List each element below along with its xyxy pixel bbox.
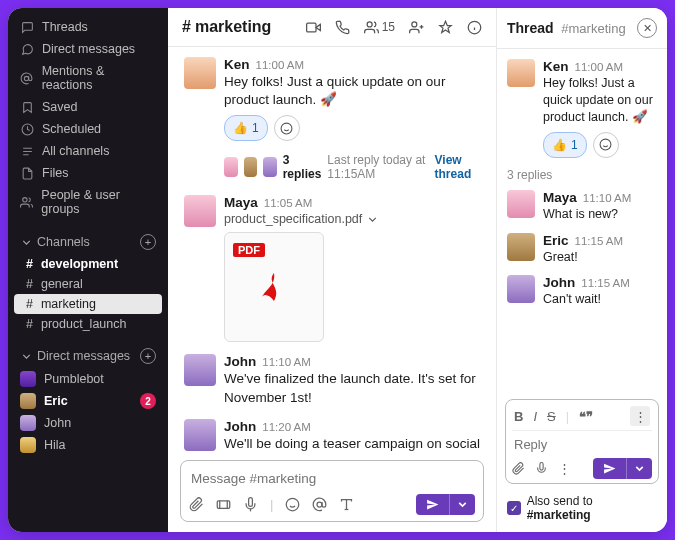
svg-point-23 — [600, 139, 611, 150]
dm-john[interactable]: John — [8, 412, 168, 434]
svg-point-0 — [25, 76, 29, 80]
more-format-button[interactable]: ⋮ — [630, 406, 650, 426]
thread-reply-input[interactable] — [512, 431, 652, 454]
avatar[interactable] — [507, 190, 535, 218]
avatar[interactable] — [507, 59, 535, 87]
mic-button[interactable] — [243, 497, 258, 512]
format-button[interactable] — [339, 497, 354, 512]
send-options-button[interactable] — [449, 494, 475, 515]
file-name[interactable]: product_specification.pdf — [224, 212, 362, 226]
sender-name[interactable]: John — [543, 275, 575, 290]
avatar[interactable] — [507, 233, 535, 261]
video-call-button[interactable] — [306, 20, 321, 35]
channel-title[interactable]: # marketing — [182, 18, 271, 36]
unread-badge: 2 — [140, 393, 156, 409]
sender-name[interactable]: Maya — [543, 190, 577, 205]
send-button-group — [416, 494, 475, 515]
nav-people[interactable]: People & user groups — [8, 184, 168, 220]
avatar[interactable] — [184, 57, 216, 89]
avatar[interactable] — [507, 275, 535, 303]
dm-pumblebot[interactable]: Pumblebot — [8, 368, 168, 390]
sender-name[interactable]: Maya — [224, 195, 258, 210]
timestamp: 11:10 AM — [583, 192, 632, 204]
section-label: Direct messages — [37, 349, 130, 363]
reaction-thumbs-up[interactable]: 👍 1 — [224, 115, 268, 141]
header-actions: 15 — [306, 20, 482, 35]
video-record-button[interactable] — [216, 497, 231, 512]
sender-name[interactable]: John — [224, 354, 256, 369]
also-send-label: Also send to — [527, 494, 593, 508]
channels-section-header[interactable]: Channels + — [8, 230, 168, 254]
emoji-button[interactable] — [285, 497, 300, 512]
audio-call-button[interactable] — [335, 20, 350, 35]
sender-name[interactable]: Eric — [543, 233, 569, 248]
nav-dms[interactable]: Direct messages — [8, 38, 168, 60]
dm-eric[interactable]: Eric 2 — [8, 390, 168, 412]
people-icon — [20, 195, 33, 209]
sender-name[interactable]: Ken — [543, 59, 569, 74]
thread-send-options[interactable] — [626, 458, 652, 479]
threads-icon — [20, 20, 34, 34]
channel-product-launch[interactable]: # product_launch — [8, 314, 168, 334]
mic-button[interactable] — [535, 462, 548, 475]
add-dm-button[interactable]: + — [140, 348, 156, 364]
thread-title: Thread — [507, 20, 554, 36]
thread-composer: B I S | ❝❞ ⋮ ⋮ — [505, 399, 659, 484]
strike-button[interactable]: S — [547, 409, 556, 424]
chevron-down-icon[interactable] — [366, 213, 379, 226]
thread-summary[interactable]: 3 replies Last reply today at 11:15AM Vi… — [224, 153, 480, 181]
nav-scheduled[interactable]: Scheduled — [8, 118, 168, 140]
more-button[interactable]: ⋮ — [558, 461, 571, 476]
nav-label: All channels — [42, 144, 109, 158]
info-button[interactable] — [467, 20, 482, 35]
dm-icon — [20, 42, 34, 56]
add-member-button[interactable] — [409, 20, 424, 35]
message-text: Can't wait! — [543, 291, 657, 308]
close-thread-button[interactable]: ✕ — [637, 18, 657, 38]
send-button[interactable] — [416, 494, 449, 515]
quote-button[interactable]: ❝❞ — [579, 409, 593, 424]
thread-subtitle: #marketing — [561, 21, 625, 36]
mention-button[interactable] — [312, 497, 327, 512]
italic-button[interactable]: I — [533, 409, 537, 424]
avatar[interactable] — [184, 354, 216, 386]
nav-mentions[interactable]: Mentions & reactions — [8, 60, 168, 96]
add-channel-button[interactable]: + — [140, 234, 156, 250]
pin-button[interactable] — [438, 20, 453, 35]
add-reaction-button[interactable] — [593, 132, 619, 158]
channel-name: product_launch — [41, 317, 126, 331]
view-thread-link[interactable]: View thread — [435, 153, 480, 181]
nav-label: Threads — [42, 20, 88, 34]
attach-button[interactable] — [189, 497, 204, 512]
sender-name[interactable]: Ken — [224, 57, 250, 72]
nav-files[interactable]: Files — [8, 162, 168, 184]
thread-header: Thread #marketing ✕ — [497, 8, 667, 49]
thread-messages: Ken 11:00 AM Hey folks! Just a quick upd… — [497, 49, 667, 399]
channel-development[interactable]: # development — [8, 254, 168, 274]
avatar[interactable] — [184, 195, 216, 227]
add-reaction-button[interactable] — [274, 115, 300, 141]
nav-label: Scheduled — [42, 122, 101, 136]
nav-saved[interactable]: Saved — [8, 96, 168, 118]
members-button[interactable]: 15 — [364, 20, 395, 35]
avatar — [20, 393, 36, 409]
message-text: Hey folks! Just a quick update on our pr… — [543, 75, 657, 126]
also-send-checkbox[interactable]: ✓ Also send to #marketing — [497, 490, 667, 532]
clock-icon — [20, 122, 34, 136]
thread-send-button[interactable] — [593, 458, 626, 479]
sender-name[interactable]: John — [224, 419, 256, 434]
nav-allchannels[interactable]: All channels — [8, 140, 168, 162]
reaction-thumbs-up[interactable]: 👍 1 — [543, 132, 587, 158]
dms-section-header[interactable]: Direct messages + — [8, 344, 168, 368]
avatar[interactable] — [184, 419, 216, 451]
attach-button[interactable] — [512, 462, 525, 475]
file-attachment[interactable]: PDF — [224, 232, 324, 342]
avatar — [20, 371, 36, 387]
bold-button[interactable]: B — [514, 409, 523, 424]
dm-hila[interactable]: Hila — [8, 434, 168, 456]
channel-marketing[interactable]: # marketing — [14, 294, 162, 314]
message-input[interactable] — [189, 467, 475, 490]
message: John 11:10 AM We've finalized the launch… — [184, 354, 480, 406]
channel-general[interactable]: # general — [8, 274, 168, 294]
nav-threads[interactable]: Threads — [8, 16, 168, 38]
